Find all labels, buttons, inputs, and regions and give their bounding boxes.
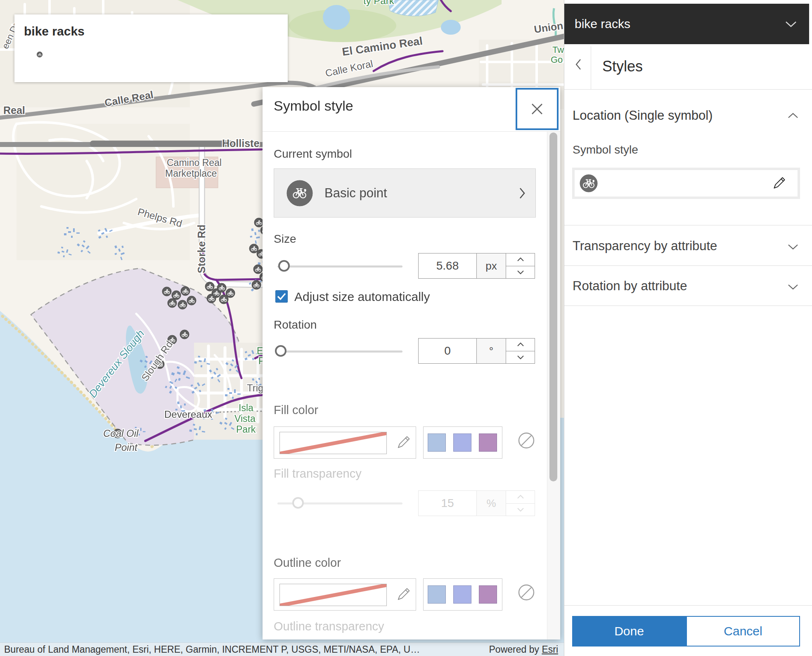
panel-symbol-style-label: Symbol style xyxy=(573,143,638,156)
section-location[interactable]: Location (Single symbol) xyxy=(573,108,713,123)
attribution-bar: Bureau of Land Management, Esri, HERE, G… xyxy=(0,642,564,656)
bike-symbol-icon xyxy=(580,174,598,192)
label-tw: Tw xyxy=(552,45,564,55)
rotation-slider-track[interactable] xyxy=(277,350,402,353)
rotation-stepper xyxy=(506,338,535,364)
layer-title: bike racks xyxy=(575,17,630,31)
panel-divider xyxy=(564,306,812,306)
label-marketplace: Marketplace xyxy=(165,168,217,179)
adjust-size-checkbox[interactable] xyxy=(275,290,288,303)
styles-title: Styles xyxy=(602,58,643,75)
chevron-down-icon xyxy=(517,355,524,360)
chevron-up-icon xyxy=(517,495,524,499)
symbol-style-dialog: Symbol style Current symbol Basic point … xyxy=(263,87,560,639)
adjust-size-label: Adjust size automatically xyxy=(294,290,430,304)
label-storke-rd: Storke Rd xyxy=(196,225,207,273)
cancel-button[interactable]: Cancel xyxy=(686,616,800,647)
size-stepper xyxy=(506,253,535,279)
fill-swatch-3[interactable] xyxy=(479,433,497,452)
panel-divider xyxy=(564,89,812,90)
size-label: Size xyxy=(274,232,296,246)
label-devereaux: Devereaux xyxy=(164,409,212,420)
size-stepper-up[interactable] xyxy=(506,253,535,266)
section-transparency[interactable]: Transparency by attribute xyxy=(573,239,717,253)
outline-no-color-button[interactable] xyxy=(274,578,416,611)
dialog-scrollbar-thumb[interactable] xyxy=(549,133,557,481)
outline-no-color-swatch xyxy=(279,584,387,606)
label-isla: Isla xyxy=(239,403,253,413)
layer-header[interactable]: bike racks xyxy=(564,4,809,44)
rotation-slider-handle[interactable] xyxy=(275,345,286,357)
rotation-slider[interactable] xyxy=(274,345,402,358)
rotation-label: Rotation xyxy=(274,318,317,332)
symbol-style-card[interactable] xyxy=(572,168,800,199)
basic-point-button[interactable]: Basic point xyxy=(274,168,536,218)
size-slider[interactable] xyxy=(274,260,402,273)
fill-none-icon[interactable] xyxy=(517,431,535,450)
size-value-input[interactable]: 5.68 xyxy=(418,253,477,279)
size-slider-track[interactable] xyxy=(277,265,402,268)
label-hollister: Holliste xyxy=(222,137,259,149)
rotation-stepper-up[interactable] xyxy=(506,339,535,351)
size-stepper-down[interactable] xyxy=(506,266,535,279)
fill-color-pencil-icon xyxy=(395,434,412,451)
label-real: Real xyxy=(3,104,25,116)
chevron-down-icon[interactable] xyxy=(788,244,798,250)
done-button[interactable]: Done xyxy=(572,616,686,647)
basic-point-label: Basic point xyxy=(324,186,387,201)
rotation-stepper-down[interactable] xyxy=(506,351,535,364)
fill-transparency-label: Fill transparency xyxy=(274,467,362,481)
stepper-down-disabled xyxy=(506,504,535,516)
outline-color-label: Outline color xyxy=(274,556,341,570)
fill-swatch-2[interactable] xyxy=(453,433,471,452)
powered-by-text: Powered by xyxy=(489,644,539,655)
arcgis-map-viewer: een Dr Real Calle Real Holliste El Camin… xyxy=(0,0,812,656)
chevron-left-icon xyxy=(575,58,582,71)
fill-no-color-button[interactable] xyxy=(274,426,416,459)
chevron-up-icon[interactable] xyxy=(788,112,798,119)
close-button[interactable] xyxy=(516,88,559,130)
fill-transparency-value: 15 xyxy=(418,490,477,516)
outline-transparency-label: Outline transparency xyxy=(274,620,384,633)
dialog-header-divider xyxy=(263,131,560,132)
label-coal-oil: Coal Oil xyxy=(103,428,139,439)
esri-link[interactable]: Esri xyxy=(542,644,558,655)
label-park: Park xyxy=(236,424,256,435)
legend-card: bike racks xyxy=(14,14,288,82)
size-slider-handle[interactable] xyxy=(278,260,290,272)
chevron-down-icon xyxy=(785,21,797,28)
legend-title: bike racks xyxy=(24,24,85,38)
rotation-input-group: 0 ° xyxy=(418,338,535,364)
fill-transparency-stepper xyxy=(506,490,535,516)
bike-symbol-icon xyxy=(286,180,313,206)
back-button[interactable] xyxy=(570,55,587,73)
fill-swatch-1[interactable] xyxy=(428,433,446,452)
chevron-down-icon[interactable] xyxy=(788,284,798,290)
outline-swatch-3[interactable] xyxy=(479,585,497,604)
fill-transparency-input-group: 15 % xyxy=(418,490,535,516)
chevron-down-icon xyxy=(517,270,524,275)
fill-color-label: Fill color xyxy=(274,403,318,417)
label-go: Go xyxy=(551,54,563,65)
outline-swatch-2[interactable] xyxy=(453,585,471,604)
header-vertical-divider xyxy=(591,46,591,89)
edit-pencil-icon[interactable] xyxy=(771,175,787,191)
fill-no-color-swatch xyxy=(279,432,387,454)
fill-swatch-group xyxy=(423,426,502,459)
rotation-value-input[interactable]: 0 xyxy=(418,338,477,364)
label-camino-real: Camino Real xyxy=(167,157,222,168)
chevron-right-icon xyxy=(519,187,526,199)
outline-swatch-1[interactable] xyxy=(428,585,446,604)
label-ty-park: ty Park xyxy=(363,0,395,6)
outline-none-icon[interactable] xyxy=(517,583,535,602)
label-vista: Vista xyxy=(234,413,256,424)
panel-divider xyxy=(564,225,812,225)
size-unit: px xyxy=(477,253,506,279)
section-rotation[interactable]: Rotation by attribute xyxy=(573,279,687,294)
chevron-down-icon xyxy=(517,507,524,512)
styles-panel: bike racks Styles Location (Single symbo… xyxy=(564,0,812,656)
stepper-up-disabled xyxy=(506,491,535,504)
chevron-up-icon xyxy=(517,257,524,262)
label-point: Point xyxy=(115,442,138,453)
check-icon xyxy=(277,292,286,301)
